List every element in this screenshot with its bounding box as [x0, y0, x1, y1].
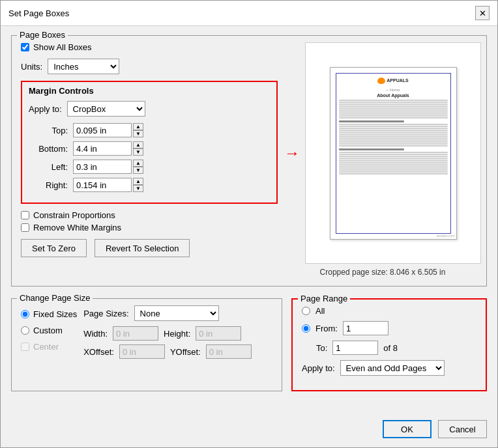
xoffset-label: XOffset:	[83, 347, 114, 357]
preview-area: APPUALS ⌂ Home About Appuals	[305, 42, 481, 264]
from-radio[interactable]	[302, 324, 310, 333]
preview-logo: APPUALS	[339, 76, 448, 86]
revert-selection-button[interactable]: Revert To Selection	[95, 239, 190, 257]
action-buttons-row: Set To Zero Revert To Selection	[21, 239, 278, 257]
dialog-body: Page Boxes Show All Boxes Units: Inches	[1, 26, 497, 412]
units-row: Units: Inches Millimeters Points	[21, 59, 278, 74]
preview-doc-inner: APPUALS ⌂ Home About Appuals	[336, 73, 451, 234]
page-range-group: Page Range All From: To: of 8	[291, 298, 487, 391]
left-spinner: ▲ ▼	[133, 160, 143, 174]
top-spinner: ▲ ▼	[133, 123, 143, 137]
main-content: Show All Boxes Units: Inches Millimeters…	[21, 42, 477, 277]
width-input[interactable]	[113, 326, 158, 341]
left-label: Left:	[29, 162, 68, 172]
center-checkbox[interactable]	[21, 343, 29, 351]
constrain-checkbox[interactable]	[21, 211, 29, 219]
constrain-row: Constrain Proportions	[21, 210, 278, 220]
width-label: Width:	[83, 329, 108, 339]
center-label: Center	[33, 342, 59, 352]
cropped-size-label: Cropped page size: 8.046 x 6.505 in	[320, 268, 446, 277]
apply-to-select[interactable]: CropBox TrimBox BleedBox ArtBox	[67, 101, 145, 117]
show-all-boxes-row: Show All Boxes	[21, 42, 278, 52]
arrow-icon: →	[284, 144, 300, 162]
change-page-size-label: Change Page Size	[17, 293, 93, 303]
fixed-sizes-radio[interactable]	[21, 310, 29, 318]
top-up-button[interactable]: ▲	[133, 123, 143, 130]
show-all-boxes-label: Show All Boxes	[33, 42, 92, 52]
page-range-label: Page Range	[298, 294, 350, 303]
preview-wrapper: → APPUALS	[284, 42, 481, 264]
remove-white-row: Remove White Margins	[21, 223, 278, 232]
from-input[interactable]	[343, 321, 388, 335]
preview-logo-icon	[377, 77, 385, 84]
offset-row: XOffset: YOffset:	[83, 344, 272, 359]
left-row: Left: ▲ ▼	[29, 160, 270, 174]
bottom-label: Bottom:	[29, 144, 68, 154]
xoffset-input[interactable]	[119, 344, 165, 359]
dialog-title: Set Page Boxes	[8, 8, 69, 18]
ok-button[interactable]: OK	[383, 420, 432, 438]
from-row: From:	[302, 321, 476, 335]
change-page-size-group: Change Page Size Fixed Sizes Custom	[11, 298, 282, 391]
right-input[interactable]	[73, 178, 132, 192]
apply-to-row: Apply to: CropBox TrimBox BleedBox ArtBo…	[29, 101, 270, 117]
to-input[interactable]	[332, 341, 378, 355]
left-panel: Show All Boxes Units: Inches Millimeters…	[21, 42, 278, 277]
height-input[interactable]	[196, 326, 241, 341]
yoffset-input[interactable]	[206, 344, 252, 359]
top-input[interactable]	[73, 123, 132, 137]
top-label: Top:	[29, 126, 68, 135]
center-row: Center	[21, 342, 77, 352]
from-label: From:	[315, 324, 338, 333]
cancel-button[interactable]: Cancel	[438, 420, 487, 438]
custom-row: Custom	[21, 326, 77, 335]
left-input[interactable]	[73, 160, 132, 174]
title-bar: Set Page Boxes ✕	[1, 1, 497, 26]
yoffset-label: YOffset:	[170, 347, 201, 357]
left-down-button[interactable]: ▼	[133, 167, 143, 174]
pr-apply-to-select[interactable]: Even and Odd Pages Even Pages Only Odd P…	[340, 360, 445, 376]
top-row: Top: ▲ ▼	[29, 123, 270, 137]
all-pages-radio[interactable]	[302, 307, 310, 315]
bottom-input[interactable]	[73, 141, 132, 156]
close-button[interactable]: ✕	[475, 6, 490, 20]
close-icon: ✕	[479, 8, 486, 18]
page-sizes-row: Page Sizes: None	[83, 305, 272, 321]
bottom-row: Bottom: ▲ ▼	[29, 141, 270, 156]
to-row: To: of 8	[302, 341, 476, 355]
left-up-button[interactable]: ▲	[133, 160, 143, 167]
all-pages-label: All	[315, 306, 325, 316]
right-spinner: ▲ ▼	[133, 178, 143, 192]
units-select[interactable]: Inches Millimeters Points	[48, 59, 119, 74]
units-label: Units:	[21, 62, 42, 72]
all-row: All	[302, 306, 476, 316]
page-sizes-field-label: Page Sizes:	[83, 309, 128, 318]
bottom-section: Change Page Size Fixed Sizes Custom	[11, 298, 487, 391]
page-size-radio-col: Fixed Sizes Custom Center	[21, 309, 77, 363]
custom-radio[interactable]	[21, 326, 29, 335]
show-all-boxes-checkbox[interactable]	[21, 43, 29, 51]
fixed-sizes-label: Fixed Sizes	[33, 309, 77, 319]
margin-controls-title: Margin Controls	[29, 86, 270, 96]
set-page-boxes-dialog: Set Page Boxes ✕ Page Boxes Show All Box…	[0, 0, 498, 448]
bottom-up-button[interactable]: ▲	[133, 141, 143, 148]
width-height-row: Width: Height:	[83, 326, 272, 341]
page-boxes-group: Page Boxes Show All Boxes Units: Inches	[11, 35, 487, 287]
bottom-spinner: ▲ ▼	[133, 141, 143, 156]
remove-white-checkbox[interactable]	[21, 223, 29, 232]
to-label: To:	[316, 343, 327, 353]
footer: OK Cancel	[1, 412, 497, 447]
right-row: Right: ▲ ▼	[29, 178, 270, 192]
right-up-button[interactable]: ▲	[133, 178, 143, 185]
page-sizes-select[interactable]: None	[134, 305, 219, 321]
right-down-button[interactable]: ▼	[133, 185, 143, 192]
bottom-down-button[interactable]: ▼	[133, 148, 143, 156]
set-to-zero-button[interactable]: Set To Zero	[21, 239, 87, 257]
pr-apply-to-row: Apply to: Even and Odd Pages Even Pages …	[302, 360, 476, 376]
preview-document: APPUALS ⌂ Home About Appuals	[330, 67, 457, 240]
top-down-button[interactable]: ▼	[133, 130, 143, 137]
right-panel: → APPUALS	[288, 42, 477, 277]
page-boxes-label: Page Boxes	[17, 30, 68, 40]
apply-to-label: Apply to:	[29, 104, 62, 114]
right-label: Right:	[29, 180, 68, 190]
